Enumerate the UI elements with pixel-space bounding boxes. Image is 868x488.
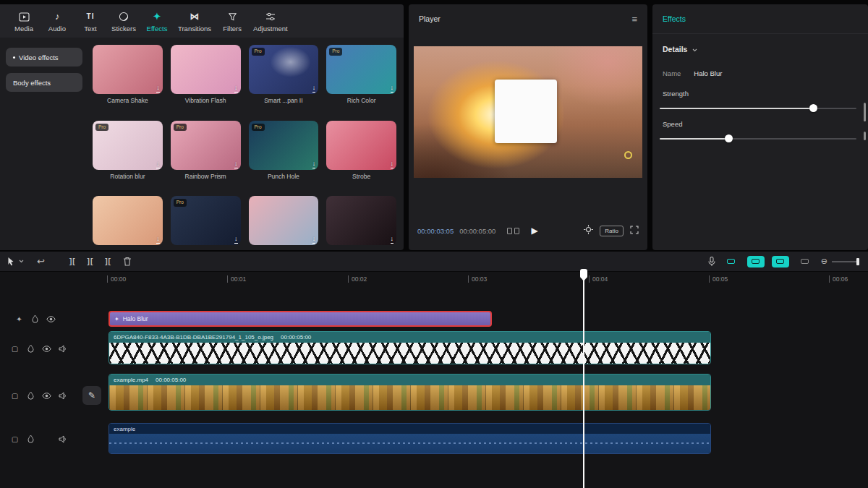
effect-card-rotation-blur[interactable]: Pro ↓ Rotation blur xyxy=(93,121,163,188)
effect-card[interactable]: ↓ xyxy=(249,196,319,250)
strength-slider[interactable] xyxy=(660,104,856,113)
effect-card[interactable]: ↓ xyxy=(93,196,163,250)
download-icon[interactable]: ↓ xyxy=(391,236,394,244)
step-forward-icon[interactable] xyxy=(514,228,519,234)
undo-icon[interactable]: ↩ xyxy=(37,257,45,266)
download-icon[interactable]: ↓ xyxy=(312,85,316,93)
playhead[interactable] xyxy=(579,269,588,488)
lock-track-icon[interactable] xyxy=(26,391,35,400)
zoom-slider-handle[interactable] xyxy=(856,258,859,265)
delete-icon[interactable] xyxy=(123,257,132,266)
ratio-button[interactable]: Ratio xyxy=(600,226,624,236)
download-icon[interactable]: ↓ xyxy=(156,160,160,168)
sidebar-item-body-effects[interactable]: Body effects xyxy=(6,73,82,92)
zoom-slider[interactable] xyxy=(832,261,858,262)
tab-text[interactable]: TI Text xyxy=(74,7,107,36)
effects-grid: ↓ Camera Shake ↓ Vibration Flash Pro ↓ S… xyxy=(88,39,404,250)
step-back-icon[interactable] xyxy=(507,228,512,234)
details-section-header[interactable]: Details xyxy=(663,45,697,53)
download-icon[interactable]: ↓ xyxy=(156,236,160,244)
effect-name-row: Name Halo Blur xyxy=(663,69,722,77)
timeline-ruler[interactable]: 00:00 00:01 00:02 00:03 00:04 00:05 00:0… xyxy=(0,272,868,288)
split-right-icon[interactable]: ][ xyxy=(105,258,111,265)
download-icon[interactable]: ↓ xyxy=(234,85,238,93)
tab-adjustment[interactable]: Adjustment xyxy=(249,7,292,36)
cursor-dropdown-icon[interactable] xyxy=(19,260,24,263)
player-menu-icon[interactable]: ≡ xyxy=(631,14,637,25)
mute-track-icon[interactable] xyxy=(58,345,67,353)
edit-track-button[interactable]: ✎ xyxy=(82,386,101,405)
image-clip[interactable]: 6DPGA840-F833-4A3B-B1DB-DBA1BE291794_1_1… xyxy=(109,331,711,364)
effect-card-smart-pan[interactable]: Pro ↓ Smart ...pan II xyxy=(249,45,319,112)
video-editor-window: Media ♪ Audio TI Text Stickers ✦ Effects xyxy=(0,0,868,488)
download-icon[interactable]: ↓ xyxy=(234,160,238,168)
effect-card-camera-shake[interactable]: ↓ Camera Shake xyxy=(93,45,163,112)
adjustment-icon xyxy=(265,12,276,22)
mute-track-icon[interactable] xyxy=(58,392,67,400)
tab-effects[interactable]: ✦ Effects xyxy=(140,7,174,36)
effect-clip-halo-blur[interactable]: ✦ Halo Blur xyxy=(109,311,492,327)
preview-ring-decoration xyxy=(624,151,632,159)
download-icon[interactable]: ↓ xyxy=(312,236,316,244)
zoom-out-icon[interactable]: ⊖ xyxy=(821,257,827,265)
tab-transitions[interactable]: ⋈ Transitions xyxy=(174,7,216,36)
record-voiceover-icon[interactable] xyxy=(708,257,715,267)
timeline-option-button-2[interactable] xyxy=(747,256,765,267)
lock-track-icon[interactable] xyxy=(26,435,35,443)
effect-card[interactable]: Pro ↓ xyxy=(171,196,241,250)
panel-scrollbar[interactable] xyxy=(864,103,866,121)
effect-card-strobe[interactable]: ↓ Strobe xyxy=(326,121,396,188)
effect-name: Punch Hole xyxy=(249,173,319,181)
video-clip[interactable]: example.mp4 00:00:05:00 xyxy=(109,374,711,411)
tab-label: Text xyxy=(84,25,96,33)
effect-card-vibration-flash[interactable]: ↓ Vibration Flash xyxy=(171,45,241,112)
video-preview[interactable] xyxy=(414,46,642,178)
lock-track-icon[interactable] xyxy=(26,344,35,353)
total-timecode: 00:00:05:00 xyxy=(459,227,495,235)
track-type-icon: ▢ xyxy=(10,345,20,353)
image-clip-filename: 6DPGA840-F833-4A3B-B1DB-DBA1BE291794_1_1… xyxy=(114,334,273,341)
effect-card-rich-color[interactable]: Pro ↓ Rich Color xyxy=(326,45,396,112)
toggle-visibility-icon[interactable] xyxy=(46,316,56,322)
play-icon[interactable]: ▶ xyxy=(531,226,537,236)
split-left-icon[interactable]: ][ xyxy=(69,258,76,265)
media-icon xyxy=(19,12,30,22)
fit-view-icon[interactable] xyxy=(584,224,593,237)
effect-card[interactable]: ↓ xyxy=(326,196,396,250)
select-cursor-icon[interactable] xyxy=(7,257,14,266)
effect-card-rainbow-prism[interactable]: Pro ↓ Rainbow Prism xyxy=(171,121,241,188)
timeline-option-button-1[interactable] xyxy=(723,256,740,267)
fullscreen-icon[interactable] xyxy=(630,224,639,237)
tab-filters[interactable]: Filters xyxy=(216,7,249,36)
audio-clip[interactable]: example xyxy=(109,423,711,454)
timeline-option-button-4[interactable] xyxy=(796,256,814,267)
timeline-option-button-3[interactable] xyxy=(772,256,789,267)
download-icon[interactable]: ↓ xyxy=(156,85,160,93)
timeline-zoom-controls: ⊖ xyxy=(821,257,858,265)
slider-knob[interactable] xyxy=(725,134,733,142)
download-icon[interactable]: ↓ xyxy=(391,85,394,93)
mute-track-icon[interactable] xyxy=(58,435,67,443)
toggle-visibility-icon[interactable] xyxy=(42,346,51,352)
download-icon[interactable]: ↓ xyxy=(312,160,316,168)
tab-media[interactable]: Media xyxy=(7,7,41,36)
speed-slider[interactable] xyxy=(660,134,856,143)
pro-badge: Pro xyxy=(174,199,187,207)
text-icon: TI xyxy=(87,12,95,22)
download-icon[interactable]: ↓ xyxy=(234,236,238,244)
effect-card-punch-hole[interactable]: Pro ↓ Punch Hole xyxy=(249,121,319,188)
toggle-visibility-icon[interactable] xyxy=(42,393,51,399)
tab-audio[interactable]: ♪ Audio xyxy=(41,7,74,36)
tab-stickers[interactable]: Stickers xyxy=(107,7,140,36)
slider-knob[interactable] xyxy=(809,104,817,112)
pro-badge: Pro xyxy=(95,124,109,132)
sidebar-item-video-effects[interactable]: Video effects xyxy=(6,48,82,67)
player-controls: 00:00:03:05 00:00:05:00 ▶ Ratio xyxy=(409,220,647,241)
download-icon[interactable]: ↓ xyxy=(391,160,394,168)
effect-name: Camera Shake xyxy=(93,97,163,105)
effect-details-panel: Effects Details Name Halo Blur Strength … xyxy=(652,4,868,250)
lock-track-icon[interactable] xyxy=(30,314,40,323)
panel-scrollbar[interactable] xyxy=(864,132,866,140)
ruler-label: 00:04 xyxy=(589,275,608,283)
split-icon[interactable]: ][ xyxy=(88,258,94,265)
